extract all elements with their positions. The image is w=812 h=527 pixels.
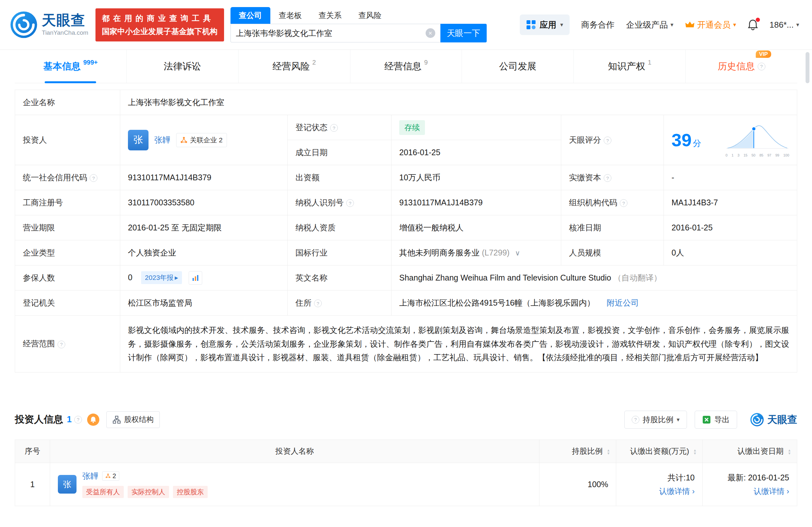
company-type-value: 个人独资企业 xyxy=(120,240,288,265)
english-name-note: （自动翻译） xyxy=(613,273,662,282)
promo-line-2: 国家中小企业发展子基金旗下机构 xyxy=(102,26,218,36)
field-label-org-code: 组织机构代码? xyxy=(561,190,664,215)
nav-business-cooperation[interactable]: 商务合作 xyxy=(581,19,614,30)
search-tabs: 查公司 查老板 查关系 查风险 xyxy=(231,7,487,24)
help-icon[interactable]: ? xyxy=(314,299,322,307)
field-label-capital: 出资额 xyxy=(288,165,392,190)
equity-structure-button[interactable]: 股权结构 xyxy=(106,411,160,428)
search-tab-company[interactable]: 查公司 xyxy=(231,7,270,24)
row-business-scope: 经营范围? 影视文化领域内的技术开发、技术服务、技术咨询，影视文化艺术活动交流策… xyxy=(15,316,797,372)
reg-authority-value: 松江区市场监管局 xyxy=(120,291,288,316)
help-icon[interactable]: ? xyxy=(346,199,354,207)
investor-avatar[interactable]: 张 xyxy=(58,475,76,494)
annual-report-badge[interactable]: 2023年报▸ xyxy=(141,271,182,284)
help-icon[interactable]: ? xyxy=(604,136,611,144)
tag-actual-controller[interactable]: 实际控制人 xyxy=(128,486,169,498)
nav-open-vip[interactable]: 开通会员 ▾ xyxy=(685,19,736,30)
field-label-credit-code: 统一社会信用代码? xyxy=(15,165,120,190)
search-tab-risk[interactable]: 查风险 xyxy=(350,7,390,24)
row-insured: 参保人数 0 2023年报▸ 英文名称 Shanghai Zhang Weihu… xyxy=(15,265,797,291)
related-companies-badge[interactable]: 关联企业 2 xyxy=(176,133,227,147)
col-header-holding-ratio[interactable]: 持股比例 ▴▾ xyxy=(539,440,616,463)
sort-icon[interactable]: ▴▾ xyxy=(607,449,609,455)
investor-name-link[interactable]: 张韡 xyxy=(82,471,98,481)
tab-risk-label: 经营风险 xyxy=(273,60,310,73)
tab-legal-proceedings[interactable]: 法律诉讼 xyxy=(126,50,238,83)
sort-icon[interactable]: ▴▾ xyxy=(694,449,696,455)
nearby-companies-link[interactable]: 附近公司 xyxy=(607,298,639,307)
search-button[interactable]: 天眼一下 xyxy=(440,24,487,42)
company-info-table: 企业名称 上海张韦华影视文化工作室 投资人 张 张韡 关联企业 2 xyxy=(15,90,797,372)
col-header-subscribed-date[interactable]: 认缴出资日期 ▴▾ xyxy=(703,440,797,463)
tab-company-development[interactable]: 公司发展 xyxy=(462,50,574,83)
caret-down-icon: ▾ xyxy=(560,22,563,28)
promo-banner: 都在用的商业查询工具 国家中小企业发展子基金旗下机构 xyxy=(96,8,224,42)
tab-history-info[interactable]: 历史信息 ? VIP xyxy=(685,50,797,83)
investor-cell: 张 张韡 关联企业 2 xyxy=(120,115,288,165)
company-section-tabs: 基本信息 999+ 法律诉讼 经营风险 2 经营信息 9 公司发展 知识产权 1 xyxy=(15,50,797,83)
field-label-address: 住所? xyxy=(288,291,392,316)
taxpayer-id-value: 91310117MA1J14B379 xyxy=(392,190,561,215)
subscribe-bell-button[interactable] xyxy=(87,413,99,426)
caret-down-icon: ▾ xyxy=(733,22,736,28)
help-icon[interactable]: ? xyxy=(74,416,82,424)
help-icon[interactable]: ? xyxy=(58,341,65,348)
help-icon[interactable]: ? xyxy=(620,199,627,207)
clear-search-icon[interactable]: × xyxy=(425,28,435,38)
tab-operating-risk[interactable]: 经营风险 2 xyxy=(238,50,350,83)
tab-basic-info-label: 基本信息 xyxy=(43,60,81,73)
field-label-industry: 国标行业 xyxy=(288,240,392,265)
annual-report-icon-button[interactable] xyxy=(189,271,202,285)
search-tab-relation[interactable]: 查关系 xyxy=(310,7,350,24)
help-icon[interactable]: ? xyxy=(758,63,765,70)
help-icon[interactable]: ? xyxy=(90,174,97,182)
tianyancha-logo-icon xyxy=(750,413,764,427)
col-header-subscribed-amount[interactable]: 认缴出资额(万元) ▴▾ xyxy=(616,440,703,463)
established-value: 2016-01-25 xyxy=(392,140,561,165)
search-input[interactable] xyxy=(236,29,425,38)
tag-controlling-shareholder[interactable]: 控股股东 xyxy=(173,486,208,498)
subscribed-date-latest: 最新: 2016-01-25 xyxy=(727,472,789,483)
row-business-term: 营业期限 2016-01-25 至 无固定期限 纳税人资质 增值税一般纳税人 核… xyxy=(15,215,797,240)
nav-enterprise-label: 企业级产品 xyxy=(626,19,668,30)
investors-table-header: 序号 投资人名称 持股比例 ▴▾ 认缴出资额(万元) ▴▾ 认缴出资日期 ▴▾ xyxy=(15,440,797,463)
row-reg-authority: 登记机关 松江区市场监管局 住所? 上海市松江区北松公路4915号16幢（上海影… xyxy=(15,291,797,316)
subscription-detail-link[interactable]: 认缴详情 › xyxy=(659,486,695,497)
help-icon[interactable]: ? xyxy=(604,174,611,182)
chevron-right-icon: › xyxy=(787,487,789,496)
notifications-bell[interactable] xyxy=(748,19,758,30)
tag-beneficial-owner[interactable]: 受益所有人 xyxy=(82,486,124,498)
tab-intellectual-property[interactable]: 知识产权 1 xyxy=(574,50,685,83)
field-label-insured: 参保人数 xyxy=(15,265,120,291)
investor-avatar[interactable]: 张 xyxy=(128,130,148,150)
account-phone-label: 186*... xyxy=(770,20,794,30)
tab-operating-label: 经营信息 xyxy=(384,60,421,73)
investors-section: 投资人信息 1 ? 股权结构 ? 持股比例 ▾ xyxy=(15,411,797,506)
holding-ratio-button[interactable]: ? 持股比例 ▾ xyxy=(624,411,687,429)
score-cell: 39 分 01 315 xyxy=(664,115,797,165)
account-phone[interactable]: 186*... ▾ xyxy=(770,20,799,30)
investors-table: 序号 投资人名称 持股比例 ▴▾ 认缴出资额(万元) ▴▾ 认缴出资日期 ▴▾ … xyxy=(15,440,797,506)
nav-enterprise-products[interactable]: 企业级产品 ▾ xyxy=(626,19,673,30)
tab-operating-info[interactable]: 经营信息 9 xyxy=(350,50,462,83)
staff-size-value: 0人 xyxy=(664,240,797,265)
search-tab-boss[interactable]: 查老板 xyxy=(270,7,310,24)
export-button[interactable]: 导出 xyxy=(695,411,737,429)
field-label-established: 成立日期 xyxy=(288,140,392,165)
tianyancha-logo[interactable]: 天眼查 TianYanCha.com xyxy=(10,11,88,39)
approval-date-value: 2016-01-25 xyxy=(664,215,797,240)
subscription-detail-link[interactable]: 认缴详情 › xyxy=(754,486,789,497)
help-icon[interactable]: ? xyxy=(330,124,338,132)
investor-name-link[interactable]: 张韡 xyxy=(154,135,170,145)
sort-icon[interactable]: ▴▾ xyxy=(788,449,791,455)
field-label-taxpayer-quality: 纳税人资质 xyxy=(288,215,392,240)
related-count-badge[interactable]: 2 xyxy=(102,471,119,481)
investor-tags: 受益所有人 实际控制人 控股股东 xyxy=(82,486,208,498)
tab-basic-info[interactable]: 基本信息 999+ xyxy=(15,50,126,83)
scrollbar-thumb[interactable] xyxy=(806,52,809,83)
promo-line-1: 都在用的商业查询工具 xyxy=(102,13,218,24)
expand-industry-icon[interactable]: ∨ xyxy=(515,249,520,257)
apps-menu-button[interactable]: 应用 ▾ xyxy=(520,14,570,35)
logo-domain: TianYanCha.com xyxy=(42,29,88,36)
org-code-value: MA1J14B3-7 xyxy=(664,190,797,215)
